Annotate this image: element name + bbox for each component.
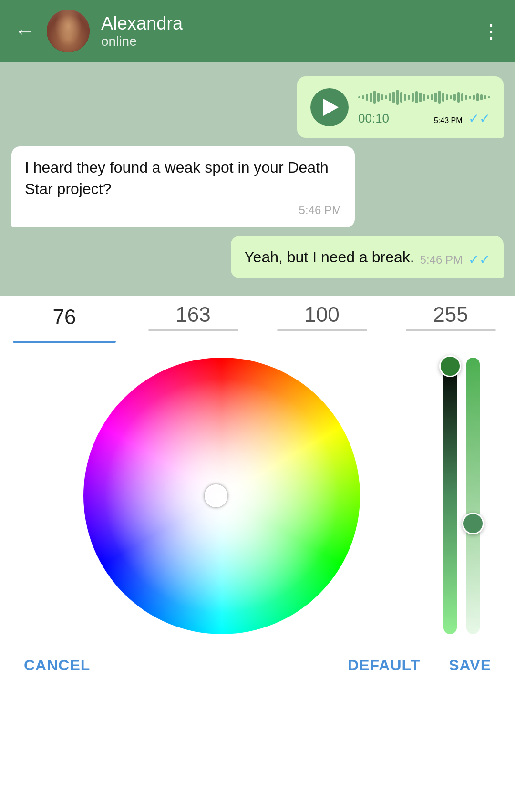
color-wheel-container: [14, 358, 429, 634]
waveform-bar: [415, 91, 418, 103]
voice-message-bubble: 00:10 5:43 PM ✓✓: [297, 76, 504, 138]
message-time: 5:46 PM: [420, 253, 463, 267]
waveform-bar: [385, 95, 387, 99]
brightness-slider[interactable]: [443, 358, 457, 634]
waveform-bar: [408, 95, 410, 100]
color-wheel-cursor[interactable]: [205, 484, 227, 507]
waveform-bar: [442, 93, 444, 102]
waveform-bar: [423, 94, 425, 101]
tab-r-value: 76: [53, 305, 76, 329]
voice-time-row: 00:10 5:43 PM ✓✓: [358, 111, 490, 126]
tab-g[interactable]: 163: [129, 296, 258, 343]
chat-header: ← Alexandra online ⋮: [0, 0, 515, 62]
alpha-slider[interactable]: [466, 358, 480, 634]
waveform-bar: [427, 95, 429, 99]
waveform-bar: [366, 94, 368, 101]
more-options-button[interactable]: ⋮: [482, 20, 501, 42]
tab-b-value: 100: [304, 303, 339, 327]
tab-inactive-indicator: [148, 329, 238, 331]
waveform-bar: [461, 93, 464, 101]
message-text: Yeah, but I need a break.: [244, 247, 414, 268]
read-check-marks: ✓✓: [468, 111, 490, 126]
color-picker-panel: 76 163 100 255: [0, 296, 515, 639]
brightness-thumb[interactable]: [439, 355, 461, 377]
chat-area: 00:10 5:43 PM ✓✓ I heard they found a we…: [0, 62, 515, 296]
color-wheel[interactable]: [83, 358, 360, 634]
user-info: Alexandra online: [101, 13, 470, 49]
tab-g-value: 163: [175, 303, 210, 327]
message-text: I heard they found a weak spot in your D…: [25, 157, 341, 200]
tab-b[interactable]: 100: [258, 296, 386, 343]
waveform: [358, 88, 490, 107]
waveform-bar: [358, 96, 360, 98]
waveform-bar: [434, 93, 437, 102]
avatar: [47, 10, 90, 52]
voice-duration: 00:10: [358, 111, 389, 126]
waveform-bar: [392, 92, 395, 103]
waveform-bar: [419, 93, 422, 102]
waveform-bar: [446, 94, 448, 100]
waveform-bar: [412, 93, 414, 102]
play-button[interactable]: [310, 88, 349, 126]
waveform-bar: [457, 92, 460, 103]
waveform-bar: [438, 91, 441, 104]
waveform-bar: [404, 94, 406, 101]
waveform-bar: [370, 93, 372, 102]
tab-a-value: 255: [433, 303, 468, 327]
cancel-button[interactable]: CANCEL: [24, 657, 90, 674]
waveform-bar: [396, 90, 399, 105]
user-status: online: [101, 34, 470, 49]
alpha-thumb[interactable]: [462, 513, 484, 534]
message-time: 5:46 PM: [25, 204, 341, 217]
waveform-bar: [484, 95, 486, 99]
waveform-bar: [480, 94, 483, 100]
read-check-marks: ✓✓: [468, 252, 490, 267]
sent-time-row: 5:46 PM ✓✓: [420, 252, 490, 267]
waveform-bar: [389, 93, 391, 101]
tab-r[interactable]: 76: [0, 296, 129, 343]
play-icon: [323, 99, 339, 116]
tab-inactive-indicator: [406, 329, 496, 331]
waveform-bar: [400, 92, 402, 103]
default-button[interactable]: DEFAULT: [348, 657, 420, 674]
waveform-bar: [476, 93, 479, 101]
waveform-bar: [362, 95, 364, 99]
waveform-bar: [465, 95, 467, 100]
waveform-bar: [373, 91, 376, 104]
back-button[interactable]: ←: [14, 21, 35, 41]
waveform-bar: [377, 93, 380, 102]
voice-timestamp: 5:43 PM ✓✓: [434, 111, 490, 126]
bottom-action-bar: CANCEL DEFAULT SAVE: [0, 639, 515, 691]
color-tabs-row: 76 163 100 255: [0, 296, 515, 343]
tab-a[interactable]: 255: [386, 296, 515, 343]
picker-body: [0, 343, 515, 639]
waveform-bar: [381, 94, 383, 100]
save-button[interactable]: SAVE: [449, 657, 491, 674]
tab-inactive-indicator: [277, 329, 367, 331]
waveform-bar: [431, 94, 433, 100]
waveform-bar: [453, 94, 456, 101]
sent-message: Yeah, but I need a break. 5:46 PM ✓✓: [231, 236, 504, 278]
received-message: I heard they found a weak spot in your D…: [11, 146, 355, 227]
tab-active-indicator: [13, 341, 116, 343]
sliders-container: [443, 358, 501, 634]
user-name: Alexandra: [101, 13, 470, 34]
waveform-bar: [473, 95, 475, 100]
waveform-bar: [469, 96, 471, 99]
waveform-bar: [488, 96, 490, 98]
voice-info: 00:10 5:43 PM ✓✓: [358, 88, 490, 126]
waveform-bar: [450, 95, 452, 99]
